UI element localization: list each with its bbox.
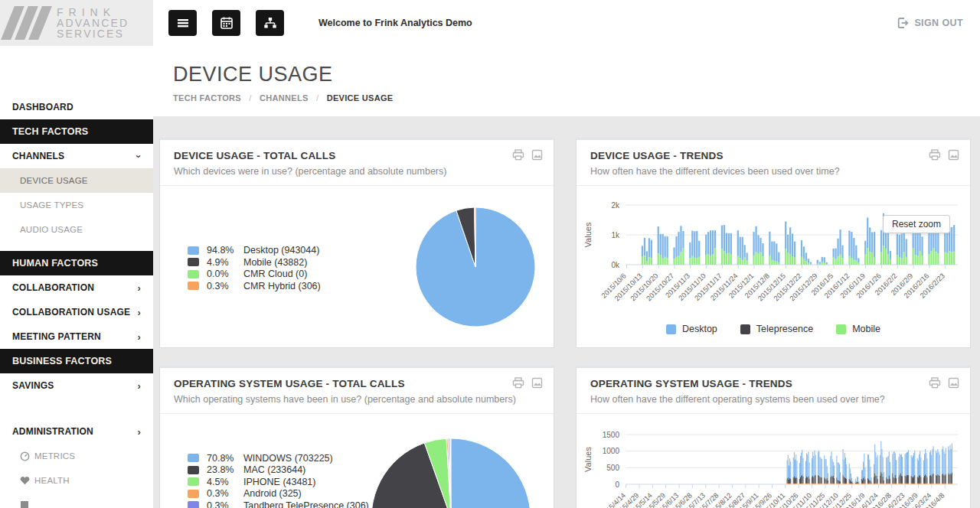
sidebar-item-item[interactable] [0, 493, 153, 508]
bar-mac [787, 478, 788, 484]
bar-desktop [730, 233, 732, 254]
sidebar-item-audio-usage[interactable]: AUDIO USAGE [0, 217, 153, 242]
export-image-icon[interactable] [948, 149, 959, 161]
panel-os-usage-total: OPERATING SYSTEM USAGE - TOTAL CALLS Whi… [159, 366, 554, 508]
sitemap-button[interactable] [256, 10, 284, 36]
bar-android [932, 484, 933, 484]
legend-item-android[interactable]: 0.3%Android (325) [188, 488, 369, 500]
bar-mac [838, 480, 839, 484]
bar-mobile [794, 257, 795, 265]
pie-chart-device[interactable] [414, 206, 537, 331]
bar-desktop [855, 246, 857, 261]
legend-item-tandberg-telepresence[interactable]: 0.3%Tandberg TelePresence (306) [188, 500, 369, 508]
export-image-icon[interactable] [531, 377, 543, 389]
bar-desktop [744, 245, 746, 257]
bar-android [867, 484, 868, 484]
bar-mac [908, 475, 909, 484]
bar-mac [874, 477, 874, 484]
bar-mobile [805, 261, 807, 265]
bar-mac [923, 477, 924, 484]
bar-chart-device-trends[interactable]: 0k1k2kValues2015/10/62015/10/132015/10/2… [581, 194, 964, 322]
breadcrumb-tech-factors[interactable]: TECH FACTORS [173, 93, 241, 103]
breadcrumb-channels[interactable]: CHANNELS [260, 93, 309, 103]
legend-swatch [188, 270, 199, 278]
bar-mac [833, 476, 834, 484]
legend-item-mobile[interactable]: 4.9%Mobile (43882) [188, 256, 321, 269]
sidebar-item-meeting-pattern[interactable]: MEETING PATTERN› [0, 324, 153, 349]
legend-item-windows[interactable]: 70.8%WINDOWS (703225) [188, 452, 369, 464]
bar-mobile [913, 248, 914, 265]
sidebar-item-usage-types[interactable]: USAGE TYPES [0, 193, 153, 217]
signout-button[interactable]: SIGN OUT [897, 17, 963, 29]
bar-mobile [740, 258, 741, 265]
bar-android [901, 484, 902, 484]
bar-windows [932, 449, 933, 474]
legend-item-desktop[interactable]: 94.8%Desktop (943044) [188, 245, 321, 257]
bar-android [838, 484, 838, 484]
legend-item-cmr-hybrid[interactable]: 0.3%CMR Hybrid (306) [188, 280, 321, 292]
sidebar-item-health[interactable]: HEALTH [0, 468, 153, 493]
trend-legend-desktop[interactable]: Desktop [666, 324, 717, 334]
svg-text:500: 500 [606, 464, 619, 472]
menu-button[interactable] [168, 10, 197, 36]
trend-legend-mobile[interactable]: Mobile [836, 324, 880, 334]
bar-android [950, 484, 951, 484]
bar-android [936, 484, 937, 484]
bar-windows [942, 446, 943, 474]
legend-item-iphone[interactable]: 4.5%IPHONE (43481) [188, 476, 369, 488]
bar-android [937, 484, 938, 484]
bar-android [793, 484, 794, 484]
bar-windows [815, 451, 815, 476]
print-icon[interactable] [929, 149, 941, 161]
bar-desktop [712, 230, 714, 255]
pie-chart-os[interactable] [370, 437, 532, 508]
bar-android [936, 484, 936, 484]
print-icon[interactable] [512, 377, 524, 389]
bar-mobile [853, 260, 854, 265]
bar-windows [839, 464, 840, 481]
trend-legend-telepresence[interactable]: Telepresence [740, 324, 813, 334]
legend-item-cmr-cloud[interactable]: 0.0%CMR Cloud (0) [188, 269, 321, 281]
print-icon[interactable] [929, 377, 941, 389]
export-image-icon[interactable] [948, 377, 959, 389]
print-icon[interactable] [512, 149, 524, 161]
bar-android [849, 484, 850, 484]
bar-windows [812, 458, 812, 477]
sidebar-item-administration[interactable]: ADMINISTRATION› [0, 419, 153, 444]
bar-mobile [721, 249, 723, 265]
page-header: DEVICE USAGE TECH FACTORS / CHANNELS / D… [153, 46, 980, 116]
sidebar-item-device-usage[interactable]: DEVICE USAGE [0, 168, 153, 193]
bar-chart-os-trends[interactable]: 050010001500Values2015/4/142015/4/292015… [581, 422, 964, 508]
sidebar-item-metrics[interactable]: METRICS [0, 444, 153, 468]
bar-windows [939, 452, 939, 475]
bar-android [806, 484, 807, 484]
bar-windows [887, 458, 887, 479]
bar-mobile [642, 256, 643, 265]
bar-android [877, 484, 878, 484]
bar-mobile [937, 253, 939, 265]
sidebar-item-dashboard[interactable]: DASHBOARD [0, 95, 153, 119]
reset-zoom-button[interactable]: Reset zoom [883, 215, 950, 233]
sidebar-item-collaboration-usage[interactable]: COLLABORATION USAGE› [0, 300, 153, 324]
export-image-icon[interactable] [531, 149, 543, 161]
bar-mac [914, 475, 915, 484]
bar-mobile [648, 257, 650, 265]
bar-windows [826, 459, 827, 480]
bar-mobile [662, 259, 664, 265]
bar-mobile [885, 249, 887, 265]
bar-desktop [906, 239, 907, 256]
bar-windows [819, 457, 820, 477]
bar-mac [911, 476, 912, 484]
sidebar-item-savings[interactable]: SAVINGS› [0, 373, 153, 398]
legend-item-mac[interactable]: 23.8%MAC (233644) [188, 464, 369, 477]
bar-android [818, 484, 819, 484]
calendar-button[interactable] [212, 10, 240, 36]
bar-windows [942, 449, 942, 474]
sidebar-item-channels[interactable]: CHANNELS› [0, 144, 153, 168]
bar-mobile [858, 263, 859, 265]
bar-windows [895, 453, 896, 474]
sidebar-item-collaboration[interactable]: COLLABORATION› [0, 275, 153, 300]
bar-mac [905, 476, 906, 484]
bar-mobile [869, 252, 871, 265]
panel-title: DEVICE USAGE - TRENDS [590, 150, 956, 161]
